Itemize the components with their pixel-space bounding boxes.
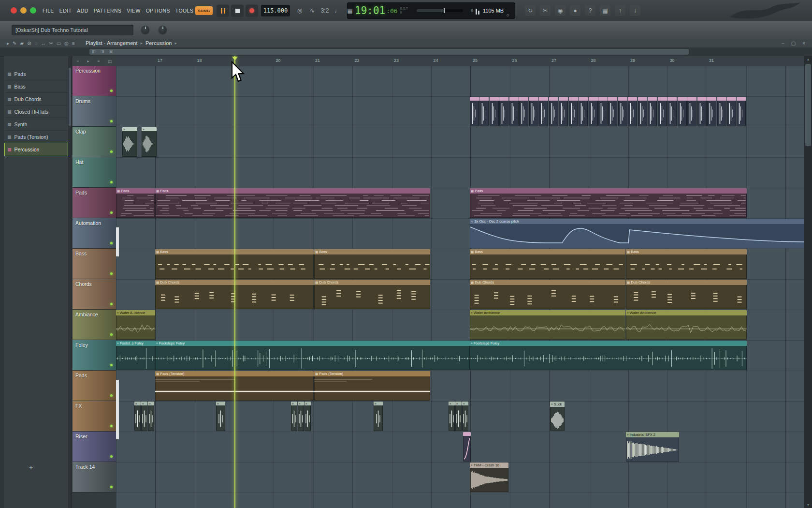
track-header-pads[interactable]: Pads bbox=[72, 188, 116, 218]
project-title-field[interactable]: [OskarSh] Dub Techno Tutorial bbox=[12, 25, 133, 35]
precount-icon[interactable]: ◎ bbox=[294, 5, 305, 16]
menu-view[interactable]: VIEW bbox=[127, 8, 140, 14]
track-mute-led[interactable] bbox=[110, 150, 113, 153]
clip-fx[interactable]: » bbox=[291, 402, 297, 431]
scrollstrip-icon-1[interactable]: ◨ bbox=[101, 49, 104, 54]
record-button[interactable] bbox=[246, 4, 258, 17]
mute-tool[interactable]: ◌ bbox=[35, 41, 38, 46]
menu-file[interactable]: FILE bbox=[43, 8, 54, 14]
clip-s-ck[interactable]: »S..ck bbox=[550, 402, 565, 431]
render-icon[interactable]: ↓ bbox=[630, 5, 640, 16]
horizontal-scrollbar[interactable]: ◧◨▣ bbox=[0, 47, 812, 57]
maximize-button[interactable]: ▢ bbox=[791, 41, 796, 46]
slice-tool[interactable]: ✂ bbox=[49, 41, 53, 46]
delete-tool[interactable]: ⊘ bbox=[27, 41, 31, 46]
track-mute-led[interactable] bbox=[110, 394, 113, 397]
minimize-button[interactable]: – bbox=[782, 41, 784, 46]
track-mute-led[interactable] bbox=[110, 333, 113, 336]
pattern-item-pads[interactable]: ▦Pads bbox=[5, 68, 68, 80]
track-header-track-14[interactable]: Track 14 bbox=[72, 462, 116, 493]
names-header-icon-1[interactable]: ▸ bbox=[87, 59, 89, 63]
menu-tools[interactable]: TOOLS bbox=[175, 8, 193, 14]
names-header-icon-2[interactable]: ≡ bbox=[98, 59, 100, 63]
clip-drums[interactable] bbox=[737, 97, 746, 126]
clip-bass[interactable]: ▦Bass bbox=[314, 249, 430, 279]
track-mute-led[interactable] bbox=[110, 211, 113, 214]
clip-water-a-bience[interactable]: »Water A..bience bbox=[116, 310, 155, 340]
countdown-icon[interactable]: 3:2 bbox=[319, 5, 331, 16]
stop-button[interactable] bbox=[231, 4, 244, 17]
paint-tool[interactable]: ▰ bbox=[20, 41, 24, 46]
track-header-foley[interactable]: Foley bbox=[72, 340, 116, 371]
track-header-automation[interactable]: Automation bbox=[72, 218, 116, 249]
pattern-item-synth[interactable]: ▦Synth bbox=[5, 118, 68, 131]
track-mute-led[interactable] bbox=[110, 364, 113, 366]
names-header-icon-3[interactable]: ◫ bbox=[108, 59, 112, 63]
clip-drums[interactable] bbox=[490, 97, 499, 126]
clip-drums[interactable] bbox=[470, 97, 479, 126]
clip-drums[interactable] bbox=[618, 97, 627, 126]
clip-fx[interactable]: » bbox=[298, 402, 304, 431]
zoom-tool[interactable]: ◎ bbox=[64, 41, 69, 46]
vertical-scrollbar[interactable]: ▴ ▾ bbox=[804, 56, 812, 508]
slip-tool[interactable]: ↔ bbox=[41, 41, 45, 46]
clip-fx[interactable]: » bbox=[304, 402, 311, 431]
scrollstrip-icon-0[interactable]: ◧ bbox=[92, 49, 96, 54]
target-icon[interactable]: ◉ bbox=[555, 5, 566, 16]
clip-drums[interactable] bbox=[638, 97, 647, 126]
window-zoom-dot[interactable] bbox=[30, 7, 36, 14]
clip-fx[interactable]: » bbox=[134, 402, 141, 431]
clip-fx[interactable]: » bbox=[449, 402, 455, 431]
export-up-icon[interactable]: ↑ bbox=[615, 5, 625, 16]
clip-industrial-sfx-2[interactable]: »Industrial SFX 2 bbox=[626, 432, 679, 462]
menu-patterns[interactable]: PATTERNS bbox=[94, 8, 122, 14]
track-mute-led[interactable] bbox=[110, 242, 113, 244]
track-header-drums[interactable]: Drums bbox=[72, 96, 116, 127]
clip-risersm[interactable] bbox=[463, 432, 471, 462]
clip-fx[interactable]: » bbox=[462, 402, 468, 431]
playback-tool[interactable]: ▸ bbox=[7, 41, 9, 46]
clip-clap[interactable]: » bbox=[122, 127, 137, 157]
clip-fx[interactable]: » bbox=[216, 402, 225, 431]
track-mute-led[interactable] bbox=[110, 425, 113, 427]
clip-pads[interactable]: ▦Pads bbox=[470, 188, 747, 218]
clip-thm-crash-10[interactable]: »THM - Crash 10 bbox=[470, 463, 508, 492]
playlist-grid[interactable]: »»▦Pads▦Pads▦Pads∿3x Osc - Osc 2 coarse … bbox=[116, 66, 804, 508]
shuttle-slider[interactable] bbox=[417, 9, 463, 12]
track-header-ambiance[interactable]: Ambiance bbox=[72, 310, 116, 340]
clip-pads[interactable]: ▦Pads bbox=[155, 188, 430, 218]
track-mute-led[interactable] bbox=[110, 455, 113, 458]
clip-drums[interactable] bbox=[658, 97, 667, 126]
clip-drums[interactable] bbox=[559, 97, 568, 126]
add-pattern-button[interactable]: + bbox=[29, 463, 33, 471]
clip-drums[interactable] bbox=[727, 97, 736, 126]
menu-options[interactable]: OPTIONS bbox=[146, 8, 170, 14]
main-pan-knob[interactable] bbox=[159, 26, 167, 34]
snap-menu[interactable]: ≡ bbox=[72, 41, 75, 46]
track-header-riser[interactable]: Riser bbox=[72, 432, 116, 462]
clip-drums[interactable] bbox=[519, 97, 528, 126]
track-mute-led[interactable] bbox=[110, 181, 113, 183]
track-mute-led[interactable] bbox=[110, 120, 113, 122]
menu-edit[interactable]: EDIT bbox=[59, 8, 72, 14]
clip-drums[interactable] bbox=[499, 97, 508, 126]
clip-drums[interactable] bbox=[479, 97, 489, 126]
arrangement-name[interactable]: Percussion bbox=[145, 40, 172, 46]
clip-3x-osc-osc-2-coarse-pitch[interactable]: ∿3x Osc - Osc 2 coarse pitch bbox=[470, 219, 804, 248]
clip-drums[interactable] bbox=[529, 97, 538, 126]
clip-drums[interactable] bbox=[687, 97, 696, 126]
clip-bass[interactable]: ▦Bass bbox=[626, 249, 747, 279]
close-button[interactable]: × bbox=[802, 41, 805, 46]
clip-dub-chords[interactable]: ▦Dub Chords bbox=[626, 280, 747, 309]
clip-drums[interactable] bbox=[549, 97, 558, 126]
sync-icon[interactable]: ↻ bbox=[525, 5, 536, 16]
track-mute-led[interactable] bbox=[110, 272, 113, 275]
clip-clap[interactable]: » bbox=[142, 127, 157, 157]
typing-keyboard-icon[interactable]: ▦ bbox=[344, 5, 356, 16]
clip-footsteps-foley[interactable]: »Footsteps Foley bbox=[155, 341, 470, 370]
pattern-item-closed-hi-hats[interactable]: ▦Closed Hi-Hats bbox=[5, 105, 68, 118]
track-mute-led[interactable] bbox=[110, 90, 113, 92]
vscroll-handle[interactable] bbox=[805, 64, 811, 146]
clip-pads[interactable]: ▦Pads bbox=[116, 188, 155, 218]
wait-icon[interactable]: ∿ bbox=[306, 5, 318, 16]
